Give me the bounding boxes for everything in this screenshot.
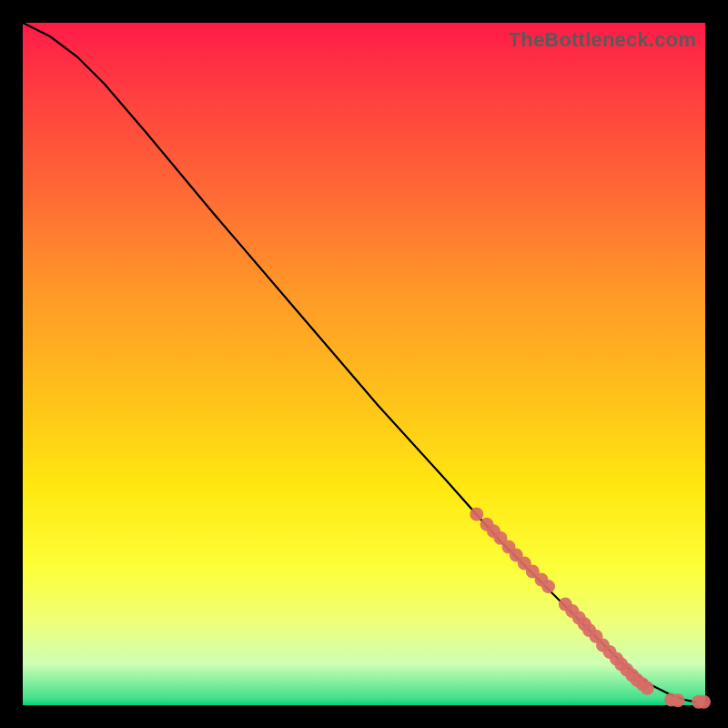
data-point — [697, 695, 711, 709]
data-point — [470, 508, 483, 521]
chart-svg — [23, 23, 705, 705]
curve-line — [23, 23, 705, 702]
data-point — [672, 693, 685, 707]
data-point — [541, 580, 555, 593]
data-point — [641, 682, 654, 695]
data-points — [470, 508, 711, 709]
chart-area: TheBottleneck.com — [23, 23, 705, 705]
